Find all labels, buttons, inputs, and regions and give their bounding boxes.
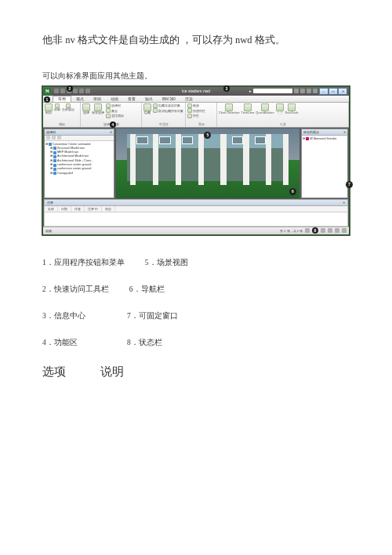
ribbon-button[interactable]: 取消隐藏所有对象 — [153, 108, 183, 113]
col-header[interactable]: 状态 — [102, 206, 115, 212]
qat-button[interactable] — [79, 89, 84, 93]
status-icon[interactable] — [342, 228, 347, 233]
page-heading: 他非 nv 格式文件是自动生成的 ，可以存为 nwd 格式。 — [42, 31, 350, 49]
comments-panel-header[interactable]: 注释 ✕ — [44, 199, 348, 206]
section-option-header: 选项 — [42, 365, 66, 379]
ribbon-group-label: 显示 — [187, 123, 215, 127]
maximize-button[interactable]: ▭ — [328, 88, 338, 95]
ribbon-button[interactable]: 全部重设 — [62, 103, 74, 111]
col-header[interactable]: 名称 — [45, 206, 58, 212]
tree-item[interactable]: ⊞Canopy.dwf — [45, 172, 113, 176]
list-item[interactable]: ⊞4D Animated Simulati — [303, 137, 347, 141]
ribbon-button[interactable]: 保存选择 — [92, 103, 104, 114]
selection-tree[interactable]: ⊞Convention Center animated ⊞Structural … — [45, 141, 114, 198]
legend-item: 5．场景视图 — [145, 257, 209, 268]
marker-2: 2 — [67, 85, 73, 92]
ribbon-button[interactable]: 查找项目 — [106, 114, 124, 118]
qat-button[interactable] — [60, 89, 65, 93]
tab-review[interactable]: 审阅 — [89, 96, 106, 102]
tab-viewpoint[interactable]: 视点 — [71, 96, 89, 102]
window-title: Ice stadium.nwd — [182, 89, 210, 93]
qat-button[interactable] — [85, 89, 90, 93]
section-header: 选项 说明 — [42, 365, 350, 379]
search-icon[interactable] — [294, 89, 299, 93]
section-desc-header: 说明 — [100, 365, 124, 379]
close-icon[interactable]: ✕ — [343, 201, 345, 205]
tab-output[interactable]: 输出 — [140, 96, 158, 102]
ribbon-button[interactable]: 快捷特性 — [187, 108, 205, 113]
panel-toolbar — [45, 136, 114, 141]
infocenter: ▸ — ▭ ✕ — [249, 88, 349, 95]
tab-home[interactable]: 常用 — [53, 96, 71, 102]
ribbon-button[interactable]: Quantification — [256, 103, 274, 114]
marker-3: 3 — [223, 85, 230, 92]
help-icon[interactable] — [313, 89, 318, 93]
ribbon-button[interactable]: 隐藏 — [143, 103, 151, 114]
work-area: 选择树 ✕ ⊞Convention Center animated ⊞Struc… — [43, 128, 349, 199]
qat-button[interactable] — [54, 89, 59, 93]
app-screenshot: 1 2 3 4 N Ice stadium.nwd ▸ — ▭ ✕ — [42, 86, 350, 235]
ribbon-button[interactable]: DataTools — [285, 103, 299, 114]
subscription-icon[interactable] — [300, 89, 305, 93]
toolbar-icon[interactable] — [46, 136, 50, 140]
ribbon-button[interactable]: 选择 — [82, 103, 90, 114]
marker-5: 5 — [204, 132, 211, 139]
tab-render[interactable]: 渲染 — [180, 96, 198, 102]
close-icon[interactable]: ✕ — [343, 130, 346, 134]
status-bar: 就绪 第 1 张，共 1 张 8 — [43, 227, 349, 234]
marker-6: 6 — [289, 188, 296, 195]
marker-7: 7 — [346, 181, 353, 188]
status-icon[interactable] — [305, 228, 310, 233]
comments-body — [44, 212, 348, 227]
ribbon-button[interactable]: 特性 — [187, 114, 199, 118]
ribbon-button[interactable]: TimeLiner — [241, 103, 255, 114]
ribbon-group-label: 工具 — [219, 123, 347, 127]
titlebar: N Ice stadium.nwd ▸ — ▭ ✕ — [43, 87, 349, 96]
ribbon: 附加 刷新 全部重设 项目 选择 保存选择 选择树 集合 查找项目 选择和搜索 … — [43, 103, 349, 128]
toolbar-icon[interactable] — [52, 136, 56, 140]
exchange-icon[interactable] — [307, 89, 311, 93]
toolbar-icon[interactable] — [57, 136, 61, 140]
status-icon[interactable] — [328, 228, 332, 233]
legend: 1．应用程序按钮和菜单 5．场景视图 2．快速访问工具栏 6．导航栏 3．信息中… — [42, 257, 350, 349]
minimize-button[interactable]: — — [319, 88, 328, 95]
marker-4: 4 — [110, 122, 116, 128]
ribbon-button[interactable]: Clash Detective — [219, 103, 240, 114]
ribbon-button[interactable]: 隐藏未选定对象 — [153, 103, 183, 108]
ribbon-button[interactable]: 链接 — [187, 103, 199, 108]
viewpoints-list[interactable]: ⊞4D Animated Simulati — [302, 136, 347, 198]
legend-item: 3．信息中心 — [42, 310, 107, 321]
tab-bim360[interactable]: BIM 360 — [158, 96, 180, 102]
building-model — [127, 134, 289, 182]
status-text: 就绪 — [45, 229, 52, 233]
marker-8: 8 — [312, 227, 318, 234]
status-icon[interactable] — [335, 228, 339, 233]
close-icon[interactable]: ✕ — [110, 130, 112, 134]
search-input[interactable] — [253, 89, 292, 93]
ribbon-button[interactable]: 集合 — [106, 108, 124, 113]
comments-columns: 名称 日期 作者 注释 ID 状态 — [44, 206, 348, 212]
ribbon-button[interactable]: 刷新 — [54, 103, 60, 111]
selection-tree-panel: 选择树 ✕ ⊞Convention Center animated ⊞Struc… — [44, 129, 114, 198]
panel-header[interactable]: 保存的视点 ✕ — [302, 129, 347, 136]
ribbon-button[interactable]: 附加 — [45, 103, 53, 114]
col-header[interactable]: 注释 ID — [85, 206, 102, 212]
scene-view[interactable]: 5 6 — [116, 129, 299, 198]
legend-item: 6．导航栏 — [129, 284, 194, 295]
ribbon-button[interactable]: ⋮⋮ — [276, 103, 284, 114]
tab-view[interactable]: 查看 — [123, 96, 140, 102]
tab-animation[interactable]: 动画 — [106, 96, 123, 102]
close-button[interactable]: ✕ — [338, 88, 347, 95]
sheet-indicator: 第 1 张，共 1 张 — [280, 229, 303, 233]
legend-item: 1．应用程序按钮和菜单 — [42, 257, 125, 268]
app-icon[interactable]: N — [44, 88, 51, 95]
qat-button[interactable] — [73, 89, 78, 93]
col-header[interactable]: 日期 — [58, 206, 71, 212]
ribbon-button[interactable]: 选择树 — [106, 103, 124, 108]
status-icon[interactable] — [321, 228, 325, 233]
col-header[interactable]: 作者 — [71, 206, 85, 212]
legend-item: 2．快速访问工具栏 — [42, 284, 109, 295]
legend-item: 8．状态栏 — [127, 337, 191, 348]
legend-item: 7．可固定窗口 — [127, 310, 191, 321]
panel-header[interactable]: 选择树 ✕ — [45, 129, 114, 136]
